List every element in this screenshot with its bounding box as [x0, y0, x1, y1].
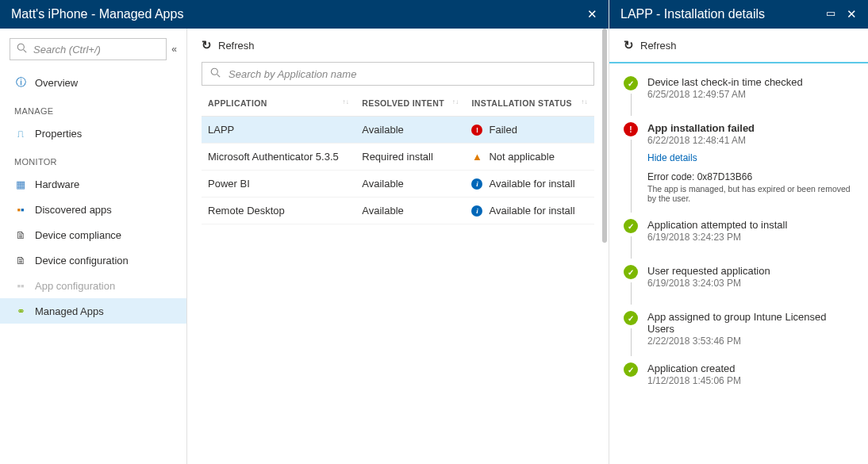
sort-icon: ↑↓: [452, 98, 459, 105]
success-icon: ✓: [624, 265, 638, 279]
timeline-item: ✓ Application created 1/12/2018 1:45:06 …: [624, 362, 854, 399]
col-resolved-intent[interactable]: RESOLVED INTENT↑↓: [355, 90, 465, 117]
success-icon: ✓: [624, 219, 638, 233]
warning-icon: ▲: [471, 151, 482, 163]
sidebar-item-managed-apps[interactable]: ⚭ Managed Apps: [0, 298, 186, 324]
sidebar-search-input[interactable]: Search (Ctrl+/): [10, 38, 167, 60]
timeline: ✓ Device last check-in time checked 6/25…: [624, 76, 854, 399]
sort-icon: ↑↓: [581, 98, 588, 105]
timeline-item: ✓ Device last check-in time checked 6/25…: [624, 76, 854, 119]
close-icon[interactable]: ✕: [587, 7, 597, 21]
svg-line-1: [24, 50, 27, 53]
table-row[interactable]: Remote Desktop Available iAvailable for …: [202, 197, 594, 224]
error-icon: !: [624, 122, 638, 136]
success-icon: ✓: [624, 362, 638, 377]
compliance-icon: 🗎: [14, 228, 27, 241]
maximize-icon[interactable]: ▭: [826, 7, 835, 21]
detail-title: LAPP - Installation details: [620, 7, 826, 21]
refresh-icon[interactable]: ↻: [202, 38, 212, 52]
timeline-item: ✓ Application attempted to install 6/19/…: [624, 219, 854, 262]
sidebar-item-hardware[interactable]: ▦ Hardware: [0, 171, 186, 197]
search-icon: [17, 43, 27, 56]
refresh-label[interactable]: Refresh: [640, 40, 677, 52]
properties-icon: ⎍: [14, 127, 27, 140]
sidebar-item-discovered-apps[interactable]: ▪▪ Discovered apps: [0, 197, 186, 222]
detail-blade-header: LAPP - Installation details ▭ ✕: [609, 0, 868, 29]
error-code: Error code: 0x87D13B66: [647, 171, 854, 182]
timeline-item: ! App installation failed 6/22/2018 12:4…: [624, 122, 854, 216]
hide-details-link[interactable]: Hide details: [647, 152, 697, 163]
col-installation-status[interactable]: INSTALLATION STATUS↑↓: [465, 90, 594, 117]
timeline-item: ✓ App assigned to group Intune Licensed …: [624, 311, 854, 359]
managed-apps-icon: ⚭: [14, 305, 27, 317]
error-icon: !: [471, 125, 482, 136]
svg-point-2: [211, 68, 217, 75]
table-row[interactable]: LAPP Available !Failed: [202, 117, 594, 144]
main-blade-header: Matt's iPhone - Managed Apps ✕: [0, 0, 609, 29]
col-application[interactable]: APPLICATION↑↓: [202, 90, 355, 117]
main-title: Matt's iPhone - Managed Apps: [11, 7, 587, 21]
search-icon: [210, 67, 221, 80]
sort-icon: ↑↓: [342, 98, 349, 105]
sidebar: Search (Ctrl+/) « ⓘ Overview MANAGE ⎍ Pr…: [0, 29, 187, 464]
info-icon: i: [471, 205, 482, 217]
sidebar-item-device-compliance[interactable]: 🗎 Device compliance: [0, 222, 186, 247]
app-config-icon: ▪▪: [14, 279, 27, 292]
info-icon: i: [471, 178, 482, 190]
sidebar-section-monitor: MONITOR: [0, 146, 186, 171]
refresh-label[interactable]: Refresh: [218, 40, 255, 52]
apps-icon: ▪▪: [14, 203, 27, 216]
sidebar-item-properties[interactable]: ⎍ Properties: [0, 121, 186, 146]
table-row[interactable]: Power BI Available iAvailable for instal…: [202, 171, 594, 197]
success-icon: ✓: [624, 311, 638, 325]
timeline-item: ✓ User requested application 6/19/2018 3…: [624, 265, 854, 308]
refresh-icon[interactable]: ↻: [624, 38, 634, 52]
table-row[interactable]: Microsoft Authenticator 5.3.5 Required i…: [202, 144, 594, 171]
close-icon[interactable]: ✕: [847, 7, 857, 21]
sidebar-item-app-configuration[interactable]: ▪▪ App configuration: [0, 273, 186, 298]
scrollbar[interactable]: [602, 29, 607, 243]
info-icon: ⓘ: [14, 76, 27, 89]
collapse-sidebar-icon[interactable]: «: [171, 44, 177, 55]
content-area: ↻ Refresh Search by Application name APP…: [187, 29, 609, 464]
success-icon: ✓: [624, 76, 638, 90]
sidebar-section-manage: MANAGE: [0, 95, 186, 121]
app-search-input[interactable]: Search by Application name: [202, 62, 594, 86]
configuration-icon: 🗎: [14, 254, 27, 267]
sidebar-item-overview[interactable]: ⓘ Overview: [0, 70, 186, 95]
svg-line-3: [217, 75, 221, 78]
sidebar-item-device-configuration[interactable]: 🗎 Device configuration: [0, 247, 186, 273]
error-message: The app is managed, but has expired or b…: [647, 184, 854, 203]
svg-point-0: [17, 44, 24, 50]
hardware-icon: ▦: [14, 178, 27, 190]
